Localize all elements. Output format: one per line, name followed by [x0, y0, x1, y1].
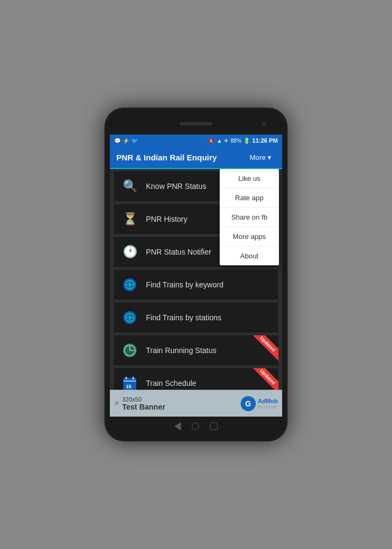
status-right-info: 🔇 ▲ ✈ 88% 🔋 11:26 PM [208, 137, 278, 144]
whatsapp-icon: 💬 [114, 138, 121, 144]
back-button[interactable] [174, 422, 181, 431]
ad-banner: ✕ 320x50 Test Banner G AdMob by Google [110, 390, 282, 417]
front-camera [262, 122, 266, 126]
find-by-keyword-icon [120, 275, 139, 294]
battery-icon: 🔋 [243, 138, 250, 144]
dropdown-menu: Like us Rate app Share on fb More apps A… [220, 169, 279, 265]
admob-logo: G AdMob by Google [241, 396, 278, 411]
find-by-stations-icon [120, 308, 139, 327]
admob-icon: G [241, 396, 256, 411]
menu-item-train-schedule[interactable]: 15 Train Schedule [113, 368, 279, 390]
pnr-notifier-icon: 🕐 [120, 242, 139, 262]
pnr-notifier-label: PNR Status Notifier [146, 248, 211, 256]
find-by-keyword-label: Find Trains by keyword [146, 280, 223, 289]
ad-content: 320x50 Test Banner [122, 396, 165, 411]
ad-close-button[interactable]: ✕ [114, 400, 119, 407]
menu-item-find-by-stations[interactable]: Find Trains by stations [113, 302, 279, 333]
pnr-status-icon: 🔍 [120, 177, 139, 196]
app-bar: PNR & Indian Rail Enquiry More ▾ [110, 146, 282, 169]
more-button[interactable]: More ▾ [246, 151, 276, 164]
svg-rect-14 [125, 377, 127, 379]
svg-rect-15 [132, 377, 134, 379]
phone-speaker [180, 122, 212, 125]
mute-icon: 🔇 [208, 138, 214, 144]
status-left-icons: 💬 ⚡ 🐦 [114, 138, 138, 144]
home-button[interactable] [192, 423, 199, 430]
admob-provider: by Google [258, 404, 278, 409]
updated-badge-schedule [246, 368, 278, 390]
train-running-status-icon [120, 341, 139, 360]
ad-size-label: 320x50 [122, 396, 165, 403]
pnr-history-label: PNR History [146, 215, 187, 223]
menu-item-find-by-keyword[interactable]: Find Trains by keyword [113, 269, 279, 300]
train-schedule-icon: 15 [120, 374, 139, 390]
find-by-stations-label: Find Trains by stations [146, 313, 221, 322]
notification-icon: 🐦 [131, 138, 138, 144]
menu-item-train-running-status[interactable]: Train Running Status [113, 335, 279, 366]
recents-button[interactable] [210, 423, 218, 430]
pnr-status-label: Know PNR Status [146, 182, 206, 191]
airplane-icon: ✈ [224, 138, 228, 144]
phone-top-bezel [110, 113, 282, 135]
phone-screen-container: 💬 ⚡ 🐦 🔇 ▲ ✈ 88% 🔋 11:26 PM PNR & Indian … [110, 113, 282, 436]
wifi-icon: ▲ [216, 138, 222, 144]
admob-brand-wrap: AdMob by Google [258, 398, 278, 409]
screen: 💬 ⚡ 🐦 🔇 ▲ ✈ 88% 🔋 11:26 PM PNR & Indian … [110, 135, 282, 417]
train-running-status-label: Train Running Status [146, 346, 216, 355]
train-schedule-label: Train Schedule [146, 379, 197, 388]
ad-text-label: Test Banner [122, 403, 165, 411]
dropdown-item-like-us[interactable]: Like us [220, 169, 279, 188]
dropdown-item-rate-app[interactable]: Rate app [220, 188, 279, 208]
battery-level: 88% [230, 138, 241, 144]
phone-bottom-bezel [110, 417, 282, 436]
clock: 11:26 PM [252, 137, 278, 144]
svg-text:15: 15 [126, 384, 131, 389]
svg-rect-13 [123, 381, 136, 382]
admob-brand-name: AdMob [258, 398, 278, 404]
dropdown-item-share-on-fb[interactable]: Share on fb [220, 208, 279, 227]
dropdown-item-about[interactable]: About [220, 247, 279, 265]
phone-device: 💬 ⚡ 🐦 🔇 ▲ ✈ 88% 🔋 11:26 PM PNR & Indian … [104, 108, 288, 441]
dropdown-item-more-apps[interactable]: More apps [220, 227, 279, 247]
app-title: PNR & Indian Rail Enquiry [116, 153, 217, 162]
status-bar: 💬 ⚡ 🐦 🔇 ▲ ✈ 88% 🔋 11:26 PM [110, 135, 282, 146]
updated-badge-running [246, 335, 278, 366]
usb-icon: ⚡ [123, 138, 129, 144]
pnr-history-icon: ⏳ [120, 209, 139, 229]
